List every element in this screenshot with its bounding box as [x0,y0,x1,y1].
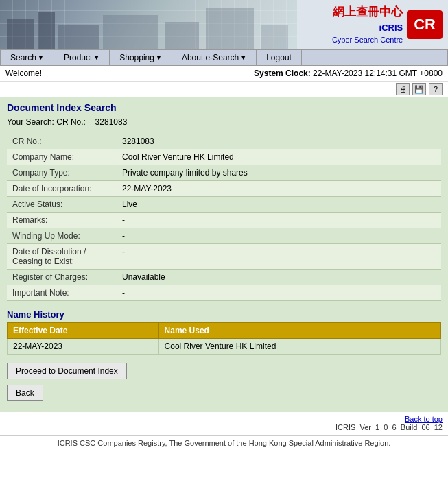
welcome-bar: Welcome! System Clock: 22-MAY-2023 12:14… [0,66,448,82]
back-to-top-link[interactable]: Back to top [405,415,443,423]
field-value: Private company limited by shares [117,165,441,181]
name-history-date: 22-MAY-2023 [8,339,159,355]
nav-item-logout[interactable]: Logout [257,50,302,65]
csc-label: Cyber Search Centre [332,34,403,46]
print-icon[interactable]: 🖨 [396,83,410,95]
toolbar: 🖨 💾 ? [0,82,448,97]
field-value: 22-MAY-2023 [117,181,441,197]
col-effective-date: Effective Date [8,323,159,339]
welcome-text: Welcome! [5,69,42,78]
chinese-title: 網上查冊中心 [332,3,403,21]
nav-item-about[interactable]: About e-Search▼ [172,50,257,65]
company-info-table: CR No.:3281083Company Name:Cool River Ve… [7,134,441,301]
page-title: Document Index Search [7,102,441,113]
field-label: Company Name: [7,149,117,165]
navigation-bar: Search▼ Product▼ Shopping▼ About e-Searc… [0,49,448,66]
field-value: - [117,213,441,228]
icris-label: iCRIS [332,21,403,35]
cr-badge: CR [407,10,443,39]
field-value: - [117,244,441,270]
search-query: Your Search: CR No.: = 3281083 [7,117,441,127]
col-name-used: Name Used [158,323,440,339]
field-value: Cool River Venture HK Limited [117,149,441,165]
nav-item-product[interactable]: Product▼ [54,50,110,65]
field-label: Important Note: [7,285,117,301]
proceed-button[interactable]: Proceed to Document Index [7,363,127,379]
field-value: - [117,228,441,244]
help-icon[interactable]: ? [429,83,443,95]
proceed-button-area: Proceed to Document Index [7,363,441,379]
name-history-table: Effective Date Name Used 22-MAY-2023Cool… [7,322,441,355]
nav-item-shopping[interactable]: Shopping▼ [110,50,172,65]
name-history-name: Cool River Venture HK Limited [158,339,440,355]
field-label: Date of Dissolution / Ceasing to Exist: [7,244,117,270]
field-label: Winding Up Mode: [7,228,117,244]
name-history-title: Name History [7,309,441,320]
save-icon[interactable]: 💾 [412,83,426,95]
nav-item-search[interactable]: Search▼ [1,50,54,65]
field-value: 3281083 [117,134,441,149]
field-label: Remarks: [7,213,117,228]
field-label: CR No.: [7,134,117,149]
field-value: Unavailable [117,270,441,285]
system-clock: System Clock: 22-MAY-2023 12:14:31 GMT +… [254,69,443,78]
main-content: Document Index Search Your Search: CR No… [0,97,448,412]
back-button-area: Back [7,385,441,401]
field-value: - [117,285,441,301]
field-value: Live [117,197,441,213]
footer: Back to top ICRIS_Ver_1_0_6_Build_06_12 [0,412,448,434]
field-label: Date of Incorporation: [7,181,117,197]
field-label: Company Type: [7,165,117,181]
footer-text: ICRIS CSC Companies Registry, The Govern… [0,435,448,447]
field-label: Active Status: [7,197,117,213]
back-button[interactable]: Back [7,385,43,401]
version-info: ICRIS_Ver_1_0_6_Build_06_12 [5,423,443,431]
field-label: Register of Charges: [7,270,117,285]
